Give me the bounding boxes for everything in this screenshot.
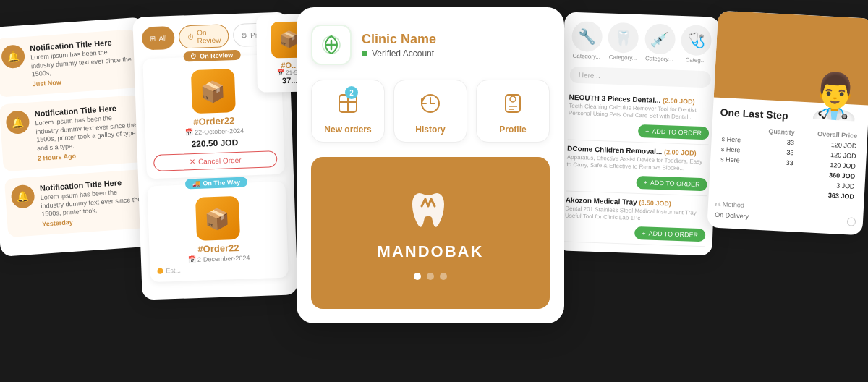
product-row-2: DCome Children Removal... (2.00 JOD) App… <box>566 140 708 196</box>
notif-content-3: Notification Title Here Lorem ipsum has … <box>39 177 143 228</box>
add-to-order-button-1[interactable]: + ADD TO ORDER <box>638 124 710 140</box>
notif-item-1: 🔔 Notification Title Here Lorem ipsum ha… <box>0 29 140 98</box>
add-to-order-button-3[interactable]: + ADD TO ORDER <box>634 226 706 242</box>
product-desc-2: Apparatus, Effective Assist Device for T… <box>566 153 708 174</box>
category-label-1: Category... <box>572 53 600 60</box>
product-row-3: Akozon Medical Tray (3.50 JOD) Dental 20… <box>564 191 707 247</box>
category-img-4: 🩺 <box>681 25 712 56</box>
verified-dot <box>362 51 367 56</box>
notif-item-2: 🔔 Notification Title Here Lorem ipsum ha… <box>0 95 145 171</box>
est-label: Est... <box>157 263 281 275</box>
badge-label: On Review <box>200 51 233 60</box>
promo-dots <box>326 273 535 280</box>
package-icon-2: 📦 <box>195 196 239 241</box>
clinic-logo <box>311 25 352 65</box>
cancel-label: Cancel Order <box>198 156 242 166</box>
add-to-order-button-2[interactable]: + ADD TO ORDER <box>636 176 707 191</box>
add-label-1: ADD TO ORDER <box>652 127 702 136</box>
order-card-2: 🚚 On The Way 📦 #Order22 📅 2-December-202… <box>147 182 289 283</box>
category-item-3[interactable]: 💉 Category... <box>643 23 676 63</box>
search-bar[interactable]: Here .. <box>569 67 711 88</box>
products-panel: 🔧 Category... 🦷 Category... 💉 Category..… <box>556 12 720 256</box>
main-app-card: Clinic Name Verified Account 2 New order… <box>297 7 564 323</box>
clock-icon: ⏱ <box>187 33 194 41</box>
category-label-2: Category... <box>609 54 637 61</box>
profile-button[interactable]: Profile <box>476 80 550 143</box>
profile-icon <box>482 92 543 120</box>
verified-badge: Verified Account <box>362 48 436 59</box>
notif-body-2: Lorem ipsum has been the industry dummy … <box>35 113 138 153</box>
clinic-logo-svg <box>317 30 346 59</box>
tab-all[interactable]: ⊞ All <box>142 26 175 51</box>
gear-icon: ⚙ <box>241 31 247 39</box>
category-item-1[interactable]: 🔧 Category... <box>571 21 604 61</box>
bell-icon-3: 🔔 <box>11 184 35 208</box>
product-desc-3: Dental 201 Stainless Steel Medical Instr… <box>565 205 707 225</box>
action-grid: 2 New orders History <box>311 80 550 143</box>
currency-1: JOD <box>220 137 238 148</box>
calendar-icon-2: 📅 <box>187 256 195 263</box>
product-desc-1: Teeth Cleaning Calculus Remover Tool for… <box>569 103 710 123</box>
profile-label: Profile <box>482 124 543 135</box>
clinic-info: Clinic Name Verified Account <box>362 32 436 59</box>
summary-table: Quantity Overall Price s Here 33 120 JOD… <box>716 124 861 202</box>
tab-review-label: On Review <box>197 28 221 45</box>
category-img-3: 💉 <box>644 23 676 54</box>
category-label-3: Category... <box>645 55 673 62</box>
category-img-1: 🔧 <box>571 21 603 52</box>
new-orders-badge: 2 <box>345 86 358 99</box>
tab-on-review[interactable]: ⏱ On Review <box>179 24 229 48</box>
bell-icon: 🔔 <box>1 44 25 69</box>
plus-icon-3: + <box>642 230 646 237</box>
cancel-icon: ✕ <box>190 158 195 166</box>
cancel-order-button[interactable]: ✕ Cancel Order <box>153 150 278 171</box>
grid-icon: ⊞ <box>150 34 156 42</box>
category-img-2: 🦷 <box>608 22 639 53</box>
order-price-1: 220.50 JOD <box>153 136 276 150</box>
category-item-2[interactable]: 🦷 Category... <box>607 22 640 61</box>
promo-banner: MANDOBAK <box>311 157 550 309</box>
right-panel-top: 👨‍⚕️ <box>714 11 868 106</box>
plus-icon-2: + <box>644 179 648 186</box>
payment-option-label: On Delivery <box>715 211 749 220</box>
history-button[interactable]: History <box>393 80 467 143</box>
package-icon-1: 📦 <box>190 69 235 114</box>
promo-logo <box>401 179 459 237</box>
notif-content-2: Notification Title Here Lorem ipsum has … <box>34 103 139 162</box>
bell-icon-2: 🔔 <box>5 110 30 135</box>
order-badge-on-way: 🚚 On The Way <box>184 177 247 189</box>
est-dot <box>157 268 163 274</box>
history-label: History <box>400 124 461 135</box>
notif-content-1: Notification Title Here Lorem ipsum has … <box>30 37 134 88</box>
truck-icon: 🚚 <box>192 180 200 187</box>
notif-item-3: 🔔 Notification Title Here Lorem ipsum ha… <box>4 169 150 238</box>
tab-all-label: All <box>158 34 167 42</box>
doctor-figure: 👨‍⚕️ <box>807 73 863 119</box>
badge-icon: ⏱ <box>190 53 197 60</box>
clinic-header: Clinic Name Verified Account <box>311 25 550 65</box>
on-way-label: On The Way <box>203 179 240 187</box>
add-label-3: ADD TO ORDER <box>648 230 698 239</box>
new-orders-button[interactable]: 2 New orders <box>311 80 385 143</box>
promo-dot-1[interactable] <box>414 273 421 280</box>
plus-icon-1: + <box>645 127 650 135</box>
verified-label: Verified Account <box>372 48 434 59</box>
right-panel: 👨‍⚕️ One Last Step Quantity Overall Pric… <box>707 11 868 236</box>
calendar-icon: 📅 <box>184 129 192 136</box>
history-icon <box>400 92 461 120</box>
category-item-4[interactable]: 🩺 Categ... <box>679 25 712 64</box>
payment-radio[interactable] <box>847 217 856 226</box>
promo-dot-2[interactable] <box>427 273 434 280</box>
product-row-1: NEOUTH 3 Pieces Dental... (2.00 JOD) Tee… <box>568 89 710 145</box>
add-label-2: ADD TO ORDER <box>650 179 700 187</box>
category-label-4: Categ... <box>685 56 705 64</box>
new-orders-label: New orders <box>318 124 378 135</box>
order-badge-review: ⏱ On Review <box>183 50 240 62</box>
clinic-name: Clinic Name <box>362 32 436 47</box>
promo-dot-3[interactable] <box>440 273 447 280</box>
category-row: 🔧 Category... 🦷 Category... 💉 Category..… <box>571 21 713 64</box>
promo-brand-name: MANDOBAK <box>326 242 535 261</box>
